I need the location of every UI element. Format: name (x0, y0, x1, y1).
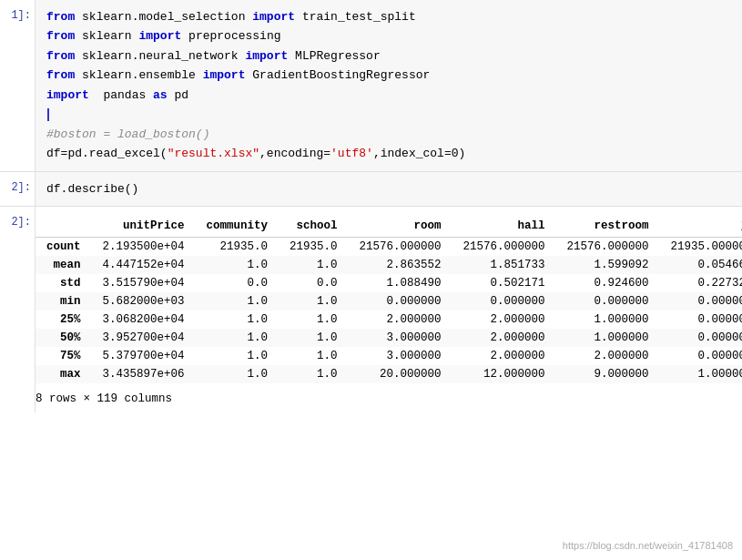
cell-value: 1.599092 (556, 256, 660, 274)
notebook: 1]: from sklearn.model_selection import … (0, 0, 742, 412)
cell-1: 1]: from sklearn.model_selection import … (0, 0, 742, 172)
cell-value: 0.000000 (660, 292, 742, 311)
cell-value: 0.227324 (660, 274, 742, 292)
table-row: min5.682000e+031.01.00.0000000.0000000.0… (36, 292, 742, 311)
cell-1-input[interactable]: from sklearn.model_selection import trai… (35, 0, 742, 171)
cell-value: 1.0 (196, 365, 280, 383)
cell-2-output: unitPrice community school room hall res… (35, 207, 742, 412)
table-row: mean4.447152e+041.01.02.8635521.8517331.… (36, 256, 742, 274)
cell-value: 3.952700e+04 (92, 329, 196, 347)
row-label: std (36, 274, 92, 292)
cell-value: 3.435897e+06 (92, 365, 196, 383)
cell-value: 1.000000 (660, 365, 742, 383)
cell-value: 21576.000000 (349, 237, 452, 256)
col-header-school: school (279, 216, 349, 238)
cell-value: 3.000000 (349, 329, 452, 347)
row-label: count (36, 237, 92, 256)
cell-value: 1.0 (196, 347, 280, 365)
cell-value: 12.000000 (452, 365, 556, 383)
cell-value: 0.000000 (556, 292, 660, 311)
cell-value: 5.379700e+04 (92, 347, 196, 365)
cell-value: 1.0 (279, 365, 349, 383)
cell-value: 1.0 (279, 256, 349, 274)
cell-value: 2.000000 (452, 311, 556, 329)
col-header-unitprice: unitPrice (92, 216, 196, 238)
cell-value: 0.000000 (452, 292, 556, 311)
table-row: 25%3.068200e+041.01.02.0000002.0000001.0… (36, 311, 742, 329)
cell-value: 1.0 (196, 256, 280, 274)
row-label: 75% (36, 347, 92, 365)
cell-value: 3.000000 (349, 347, 452, 365)
cell-value: 1.0 (279, 329, 349, 347)
cell-value: 0.000000 (660, 311, 742, 329)
col-header-room: room (349, 216, 452, 238)
cell-number-2-out: 2]: (0, 207, 35, 412)
cell-value: 9.000000 (556, 365, 660, 383)
cell-value: 0.502171 (452, 274, 556, 292)
cell-value: 4.447152e+04 (92, 256, 196, 274)
cell-value: 1.0 (196, 292, 280, 311)
row-label: 25% (36, 311, 92, 329)
cell-value: 0.000000 (660, 329, 742, 347)
cell-value: 1.0 (279, 347, 349, 365)
cell-value: 1.0 (196, 329, 280, 347)
table-row: 75%5.379700e+041.01.03.0000002.0000002.0… (36, 347, 742, 365)
table-row: std3.515790e+040.00.01.0884900.5021710.9… (36, 274, 742, 292)
cell-value: 2.863552 (349, 256, 452, 274)
row-label: 50% (36, 329, 92, 347)
cell-value: 21935.000000 (660, 237, 742, 256)
cell-value: 0.000000 (349, 292, 452, 311)
cell-number-1: 1]: (0, 0, 35, 171)
cell-value: 0.000000 (660, 347, 742, 365)
cell-value: 2.000000 (452, 329, 556, 347)
cell-value: 3.068200e+04 (92, 311, 196, 329)
dataframe-table-wrap: unitPrice community school room hall res… (36, 216, 742, 383)
cell-number-2-in: 2]: (0, 172, 35, 206)
watermark: https://blog.csdn.net/weixin_41781408 (563, 540, 733, 551)
cell-value: 3.515790e+04 (92, 274, 196, 292)
cell-value: 0.054661 (660, 256, 742, 274)
cell-2-input[interactable]: df.describe() (35, 172, 742, 206)
row-label: max (36, 365, 92, 383)
cell-value: 1.0 (279, 292, 349, 311)
cell-2-input-row: 2]: df.describe() (0, 172, 742, 207)
table-row: count2.193500e+0421935.021935.021576.000… (36, 237, 742, 256)
cell-value: 2.193500e+04 (92, 237, 196, 256)
cell-value: 1.0 (279, 311, 349, 329)
table-row: 50%3.952700e+041.01.03.0000002.0000001.0… (36, 329, 742, 347)
col-header-hall: hall (452, 216, 556, 238)
cell-value: 2.000000 (556, 347, 660, 365)
cell-value: 21576.000000 (452, 237, 556, 256)
col-header-restroom: restroom (556, 216, 660, 238)
row-label: min (36, 292, 92, 311)
cell-value: 21935.0 (279, 237, 349, 256)
table-header-row: unitPrice community school room hall res… (36, 216, 742, 238)
col-header-index (36, 216, 92, 238)
dataframe-table: unitPrice community school room hall res… (36, 216, 742, 383)
cell-value: 0.0 (196, 274, 280, 292)
cell-2-output-label-row: 2]: unitPrice community school room hall… (0, 207, 742, 412)
col-header-community: community (196, 216, 280, 238)
cell-value: 1.000000 (556, 329, 660, 347)
cell-value: 20.000000 (349, 365, 452, 383)
cell-value: 1.0 (196, 311, 280, 329)
cell-value: 21576.000000 (556, 237, 660, 256)
table-row: max3.435897e+061.01.020.00000012.0000009… (36, 365, 742, 383)
cell-value: 2.000000 (349, 311, 452, 329)
cell-value: 1.851733 (452, 256, 556, 274)
cell-value: 2.000000 (452, 347, 556, 365)
cell-value: 1.088490 (349, 274, 452, 292)
col-header-east: 东 (660, 216, 742, 238)
cell-value: 0.0 (279, 274, 349, 292)
cell-value: 21935.0 (196, 237, 280, 256)
cell-value: 1.000000 (556, 311, 660, 329)
cell-value: 5.682000e+03 (92, 292, 196, 311)
shape-text: 8 rows × 119 columns (36, 391, 742, 407)
row-label: mean (36, 256, 92, 274)
cell-value: 0.924600 (556, 274, 660, 292)
